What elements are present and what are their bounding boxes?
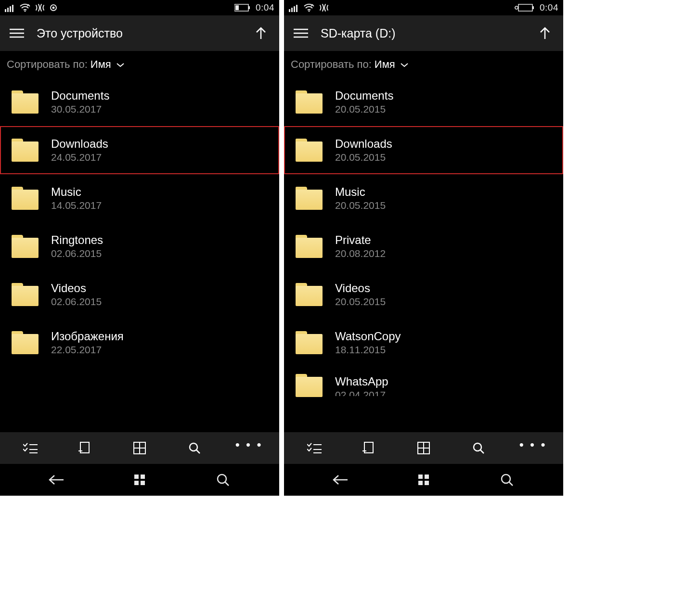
folder-icon	[12, 139, 39, 162]
new-folder-button[interactable]	[349, 435, 388, 461]
folder-name: Videos	[51, 282, 102, 295]
select-button[interactable]	[11, 435, 50, 461]
folder-date: 20.05.2015	[335, 200, 386, 211]
folder-date: 02.06.2015	[51, 296, 102, 308]
status-bar: 0:04	[0, 0, 279, 15]
back-button[interactable]	[316, 467, 364, 493]
folder-icon	[12, 235, 39, 258]
signal-icon	[5, 3, 15, 12]
up-button[interactable]	[534, 23, 556, 44]
search-button[interactable]	[175, 435, 214, 461]
folder-item[interactable]: Downloads 24.05.2017	[0, 126, 279, 174]
sort-value: Имя	[375, 58, 395, 71]
vibrate-icon	[319, 3, 329, 12]
chevron-down-icon	[116, 58, 125, 71]
svg-rect-31	[141, 481, 145, 485]
folder-name: Music	[51, 185, 102, 199]
folder-icon	[296, 235, 323, 258]
folder-name: Downloads	[51, 137, 108, 151]
nav-bar	[0, 464, 279, 496]
svg-point-38	[309, 11, 310, 12]
search-nav-button[interactable]	[483, 467, 531, 493]
folder-item[interactable]: Music 20.05.2015	[284, 174, 563, 222]
folder-list: Documents 30.05.2017 Downloads 24.05.201…	[0, 78, 279, 432]
folder-date: 24.05.2017	[51, 152, 108, 163]
more-button[interactable]: • • •	[514, 435, 552, 461]
folder-item[interactable]: Videos 02.06.2015	[0, 270, 279, 319]
folder-item[interactable]: Documents 20.05.2015	[284, 78, 563, 126]
view-button[interactable]	[120, 435, 159, 461]
folder-icon	[12, 331, 39, 354]
menu-button[interactable]	[289, 21, 313, 45]
folder-item[interactable]: Private 20.08.2012	[284, 222, 563, 270]
view-button[interactable]	[404, 435, 443, 461]
folder-name: Music	[335, 185, 386, 199]
folder-icon	[296, 139, 323, 162]
folder-icon	[296, 90, 323, 114]
svg-rect-28	[134, 475, 139, 479]
folder-name: WhatsApp	[335, 375, 388, 388]
vibrate-icon	[35, 3, 45, 12]
folder-name: Изображения	[51, 330, 124, 343]
svg-rect-62	[418, 475, 423, 479]
folder-icon	[12, 283, 39, 306]
folder-item[interactable]: Music 14.05.2017	[0, 174, 279, 222]
svg-rect-29	[141, 475, 145, 479]
folder-item[interactable]: WatsonCopy 18.11.2015	[284, 319, 563, 367]
folder-date: 14.05.2017	[51, 200, 102, 211]
new-folder-button[interactable]	[65, 435, 104, 461]
folder-icon	[296, 374, 323, 397]
location-title: SD-карта (D:)	[313, 26, 534, 40]
folder-item[interactable]: Изображения 22.05.2017	[0, 319, 279, 367]
folder-date: 20.05.2015	[335, 296, 386, 308]
svg-point-59	[474, 443, 481, 451]
svg-rect-41	[518, 4, 532, 11]
search-nav-button[interactable]	[199, 467, 247, 493]
folder-icon	[12, 187, 39, 210]
folder-date: 20.05.2015	[335, 103, 393, 115]
location-title: Это устройство	[29, 26, 250, 40]
folder-name: Documents	[335, 89, 393, 103]
folder-icon	[296, 331, 323, 354]
folder-name: Videos	[335, 282, 386, 295]
folder-item[interactable]: WhatsApp 02.04.2017	[284, 367, 563, 401]
sort-control[interactable]: Сортировать по: Имя	[284, 51, 563, 78]
back-button[interactable]	[32, 467, 80, 493]
home-button[interactable]	[400, 467, 448, 493]
svg-rect-36	[294, 6, 295, 12]
phone-screen-right: 0:04 SD-карта (D:) Сортировать по: Имя D…	[284, 0, 563, 496]
search-button[interactable]	[459, 435, 498, 461]
folder-icon	[296, 187, 323, 210]
folder-date: 18.11.2015	[335, 344, 401, 356]
svg-point-8	[52, 7, 55, 9]
select-button[interactable]	[295, 435, 334, 461]
folder-name: Private	[335, 233, 386, 247]
folder-item[interactable]: Downloads 20.05.2015	[284, 126, 563, 174]
location-icon	[49, 3, 58, 12]
svg-rect-30	[134, 481, 139, 485]
folder-date: 02.06.2015	[51, 248, 103, 259]
folder-list: Documents 20.05.2015 Downloads 20.05.201…	[284, 78, 563, 432]
menu-button[interactable]	[5, 21, 29, 45]
svg-line-26	[196, 450, 200, 453]
sort-value: Имя	[90, 58, 111, 71]
header: Это устройство	[0, 15, 279, 51]
svg-point-66	[502, 475, 510, 483]
home-button[interactable]	[116, 467, 164, 493]
svg-rect-63	[425, 475, 429, 479]
nav-bar	[284, 464, 563, 496]
sort-control[interactable]: Сортировать по: Имя	[0, 51, 279, 78]
folder-item[interactable]: Ringtones 02.06.2015	[0, 222, 279, 270]
svg-line-67	[509, 482, 513, 486]
svg-rect-35	[291, 8, 293, 12]
status-time: 0:04	[540, 2, 558, 13]
sort-label: Сортировать по:	[291, 58, 372, 71]
svg-point-25	[190, 443, 197, 451]
folder-item[interactable]: Videos 20.05.2015	[284, 270, 563, 319]
status-bar: 0:04	[284, 0, 563, 15]
folder-date: 20.08.2012	[335, 248, 386, 259]
more-button[interactable]: • • •	[230, 435, 268, 461]
svg-rect-64	[418, 481, 423, 485]
up-button[interactable]	[250, 23, 271, 44]
folder-item[interactable]: Documents 30.05.2017	[0, 78, 279, 126]
